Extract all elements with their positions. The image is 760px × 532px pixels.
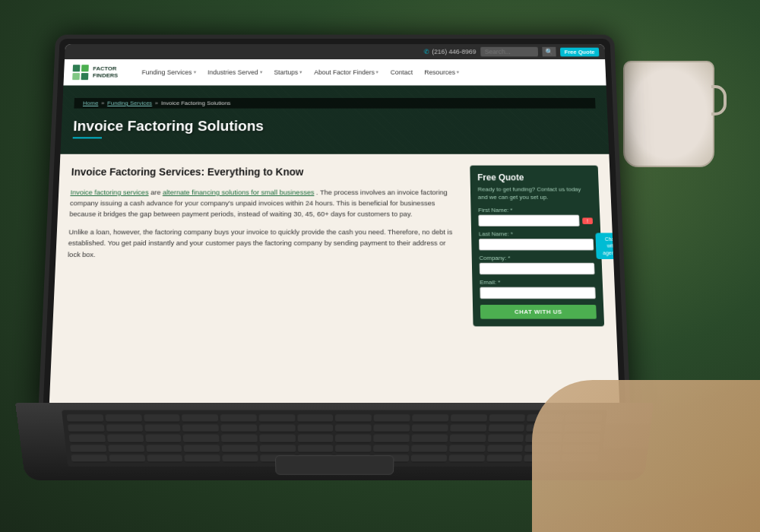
keyboard-key[interactable]	[68, 425, 104, 432]
keyboard-key[interactable]	[105, 414, 141, 423]
trackpad[interactable]	[275, 455, 394, 474]
search-input[interactable]	[480, 47, 538, 57]
keyboard-key[interactable]	[489, 414, 525, 423]
keyboard-key[interactable]	[448, 454, 484, 462]
keyboard-key[interactable]	[144, 414, 180, 423]
nav-resources[interactable]: Resources ▾	[424, 68, 460, 75]
keyboard-key[interactable]	[146, 445, 182, 452]
keyboard-key[interactable]	[412, 435, 448, 442]
keyboard-key[interactable]	[487, 445, 524, 452]
keyboard-key[interactable]	[488, 425, 524, 432]
keyboard-key[interactable]	[374, 425, 410, 432]
nav-contact[interactable]: Contact	[391, 68, 413, 75]
keyboard-key[interactable]	[297, 414, 334, 423]
keyboard-key[interactable]	[488, 435, 524, 442]
last-name-input[interactable]	[479, 239, 594, 250]
keyboard-key[interactable]	[374, 414, 410, 423]
article-link-1[interactable]: Invoice factoring services	[70, 188, 148, 195]
email-input[interactable]	[480, 287, 596, 299]
nav-about[interactable]: About Factor Finders ▾	[314, 68, 378, 75]
keyboard-key[interactable]	[297, 435, 333, 442]
keyboard-key[interactable]	[220, 414, 257, 423]
keyboard-key[interactable]	[450, 425, 486, 432]
keyboard-key[interactable]	[412, 425, 448, 432]
keyboard-key[interactable]	[221, 435, 258, 442]
keyboard-key[interactable]	[260, 445, 296, 452]
keyboard-key[interactable]	[336, 445, 372, 452]
search-button[interactable]: 🔍	[542, 47, 556, 57]
keyboard-key[interactable]	[107, 435, 144, 442]
keyboard-key[interactable]	[450, 435, 486, 442]
keyboard-key[interactable]	[298, 445, 334, 452]
keyboard-key[interactable]	[411, 445, 447, 452]
keyboard-key[interactable]	[486, 454, 522, 462]
article-link-2[interactable]: alternate financing solutions for small …	[163, 188, 315, 195]
logo-text: FACTOR FINDERS	[93, 65, 119, 78]
keyboard-key[interactable]	[106, 425, 142, 432]
company-input[interactable]	[480, 263, 595, 274]
logo-sq-3	[72, 73, 80, 80]
keyboard-key[interactable]	[222, 454, 258, 462]
keyboard-key[interactable]	[67, 414, 104, 423]
breadcrumb-funding-services[interactable]: Funding Services	[107, 100, 152, 106]
hand	[532, 380, 760, 532]
free-quote-title: Free Quote	[477, 173, 591, 182]
keyboard-key[interactable]	[258, 414, 295, 423]
keyboard-key[interactable]	[451, 414, 487, 423]
article-paragraph-2: Unlike a loan, however, the factoring co…	[68, 226, 460, 260]
page-title: Invoice Factoring Solutions	[73, 119, 597, 135]
phone-icon: ✆	[424, 49, 430, 55]
navigation-bar: FACTOR FINDERS Funding Services ▾ Indust…	[63, 59, 606, 85]
free-quote-top-button[interactable]: Free Quote	[560, 47, 600, 56]
title-underline	[73, 137, 102, 138]
keyboard-key[interactable]	[144, 425, 181, 432]
keyboard-key[interactable]	[297, 425, 333, 432]
keyboard-key[interactable]	[145, 435, 182, 442]
keyboard-key[interactable]	[182, 414, 218, 423]
keyboard-key[interactable]	[184, 445, 220, 452]
keyboard-key[interactable]	[411, 454, 447, 462]
hero-section: Home » Funding Services » Invoice Factor…	[60, 85, 609, 154]
keyboard-key[interactable]	[336, 435, 372, 442]
company-label: Company: *	[479, 255, 594, 262]
keyboard-key[interactable]	[108, 445, 144, 452]
keyboard-key[interactable]	[259, 435, 295, 442]
keyboard-key[interactable]	[70, 445, 106, 452]
keyboard-key[interactable]	[69, 435, 106, 442]
free-quote-box: Free Quote Ready to get funding? Contact…	[470, 166, 604, 327]
chevron-down-icon: ▾	[193, 69, 196, 74]
keyboard-key[interactable]	[336, 414, 372, 423]
breadcrumb: Home » Funding Services » Invoice Factor…	[74, 98, 595, 109]
logo-sq-2	[81, 65, 89, 71]
nav-funding-services[interactable]: Funding Services ▾	[141, 68, 196, 75]
keyboard-key[interactable]	[336, 425, 372, 432]
keyboard-key[interactable]	[259, 425, 296, 432]
keyboard-key[interactable]	[185, 454, 220, 462]
breadcrumb-home[interactable]: Home	[83, 100, 99, 106]
phone-info: ✆ (216) 446-8969	[424, 49, 477, 55]
keyboard-key[interactable]	[373, 445, 409, 452]
laptop-screen: ✆ (216) 446-8969 🔍 Free Quote	[38, 35, 631, 418]
first-name-input[interactable]	[478, 215, 579, 226]
keyboard-key[interactable]	[222, 445, 258, 452]
keyboard-key[interactable]	[183, 435, 220, 442]
article-title: Invoice Factoring Services: Everything t…	[71, 166, 458, 179]
nav-startups[interactable]: Startups ▾	[274, 68, 302, 75]
chevron-down-icon: ▾	[260, 69, 263, 74]
nav-industries-served[interactable]: Industries Served ▾	[207, 68, 262, 75]
keyboard-key[interactable]	[412, 414, 448, 423]
keyboard-key[interactable]	[109, 454, 145, 462]
keyboard-key[interactable]	[221, 425, 258, 432]
logo-sq-1	[73, 65, 81, 71]
keyboard-key[interactable]	[71, 454, 108, 462]
keyboard-key[interactable]	[449, 445, 485, 452]
breadcrumb-current: Invoice Factoring Solutions	[161, 100, 231, 106]
last-name-label: Last Name: *	[479, 231, 594, 238]
article-paragraph-1: Invoice factoring services are alternate…	[69, 186, 459, 219]
logo[interactable]: FACTOR FINDERS	[72, 65, 131, 80]
keyboard-key[interactable]	[147, 454, 182, 462]
keyboard-key[interactable]	[182, 425, 219, 432]
chat-bubble: Chat live with an agent now.	[595, 233, 619, 259]
keyboard-key[interactable]	[374, 435, 410, 442]
chat-with-us-button[interactable]: CHAT WITH US	[480, 305, 597, 319]
